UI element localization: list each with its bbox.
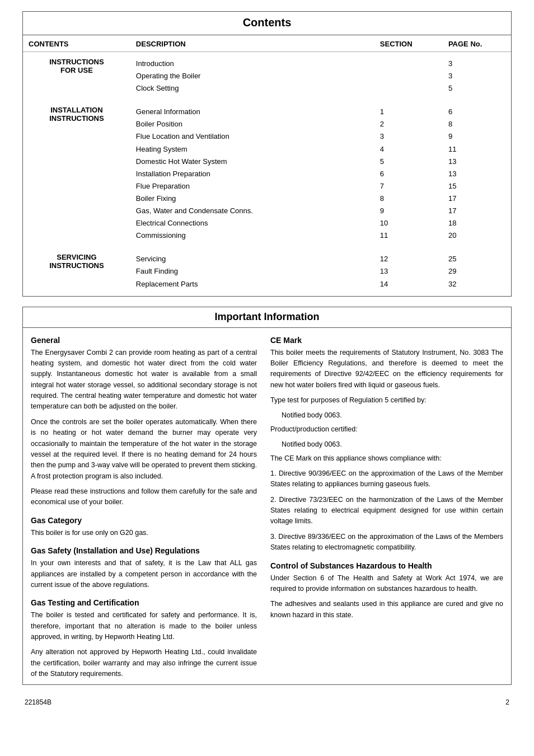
left-column: General The Energysaver Combi 2 can prov…	[31, 336, 267, 684]
important-title: Important Information	[23, 307, 511, 328]
page-cell: 335	[443, 52, 511, 101]
general-para-1: The Energysaver Combi 2 can provide room…	[31, 348, 257, 412]
coshh-para-2: The adhesives and sealants used in this …	[270, 599, 503, 621]
header-page: PAGE No.	[443, 35, 511, 52]
gas-category-para-1: This boiler is for use only on G20 gas.	[31, 528, 257, 538]
ce-para-2: Type test for purposes of Regulation 5 c…	[270, 395, 503, 406]
ce-mark-heading: CE Mark	[270, 336, 503, 345]
gas-safety-heading: Gas Safety (Installation and Use) Regula…	[31, 546, 257, 555]
section-cell: 121314	[374, 247, 443, 295]
ce-para-3: Product/production certified:	[270, 424, 503, 435]
gas-testing-heading: Gas Testing and Certification	[31, 598, 257, 607]
coshh-para-1: Under Section 6 of The Health and Safety…	[270, 573, 503, 595]
description-cell: General InformationBoiler PositionFlue L…	[130, 100, 374, 247]
gas-category-heading: Gas Category	[31, 516, 257, 525]
ce-notified-2: Notified body 0063.	[282, 439, 503, 450]
description-cell: ServicingFault FindingReplacement Parts	[130, 247, 374, 295]
important-section: Important Information General The Energy…	[22, 307, 512, 685]
header-description: DESCRIPTION	[130, 35, 374, 52]
general-para-2: Once the controls are set the boiler ope…	[31, 417, 257, 482]
important-two-col: General The Energysaver Combi 2 can prov…	[23, 328, 511, 684]
general-para-3: Please read these instructions and follo…	[31, 486, 257, 508]
header-section: SECTION	[374, 35, 443, 52]
contents-table: CONTENTS DESCRIPTION SECTION PAGE No. IN…	[23, 35, 511, 296]
ce-para-1: This boiler meets the requirements of St…	[270, 348, 503, 391]
contents-label: INSTRUCTIONSFOR USE	[23, 52, 130, 101]
table-row: INSTALLATIONINSTRUCTIONSGeneral Informat…	[23, 100, 511, 247]
general-heading: General	[31, 336, 257, 345]
contents-label: SERVICINGINSTRUCTIONS	[23, 247, 130, 295]
ce-directive-2: 2. Directive 73/23/EEC on the harmonizat…	[270, 495, 503, 527]
footer-right: 2	[505, 698, 509, 706]
table-row: SERVICINGINSTRUCTIONSServicingFault Find…	[23, 247, 511, 295]
gas-testing-para-1: The boiler is tested and certificated fo…	[31, 610, 257, 642]
coshh-heading: Control of Substances Hazardous to Healt…	[270, 561, 503, 570]
contents-section: Contents CONTENTS DESCRIPTION SECTION PA…	[22, 11, 512, 297]
section-cell	[374, 52, 443, 101]
right-column: CE Mark This boiler meets the requiremen…	[267, 336, 503, 684]
page-cell: 6891113131517171820	[443, 100, 511, 247]
footer: 221854B 2	[22, 698, 512, 706]
contents-title: Contents	[23, 12, 511, 35]
gas-testing-para-2: Any alteration not approved by Hepworth …	[31, 647, 257, 679]
description-cell: IntroductionOperating the BoilerClock Se…	[130, 52, 374, 101]
ce-directive-3: 3. Directive 89/336/EEC on the approxima…	[270, 532, 503, 553]
ce-directive-1: 1. Directive 90/396/EEC on the approxima…	[270, 468, 503, 490]
section-cell: 1234567891011	[374, 100, 443, 247]
footer-left: 221854B	[25, 698, 51, 706]
contents-label: INSTALLATIONINSTRUCTIONS	[23, 100, 130, 247]
gas-safety-para-1: In your own interests and that of safety…	[31, 558, 257, 590]
table-row: INSTRUCTIONSFOR USEIntroductionOperating…	[23, 52, 511, 101]
ce-para-4: The CE Mark on this appliance shows comp…	[270, 453, 503, 464]
header-contents: CONTENTS	[23, 35, 130, 52]
page-cell: 252932	[443, 247, 511, 295]
ce-notified-1: Notified body 0063.	[282, 410, 503, 421]
